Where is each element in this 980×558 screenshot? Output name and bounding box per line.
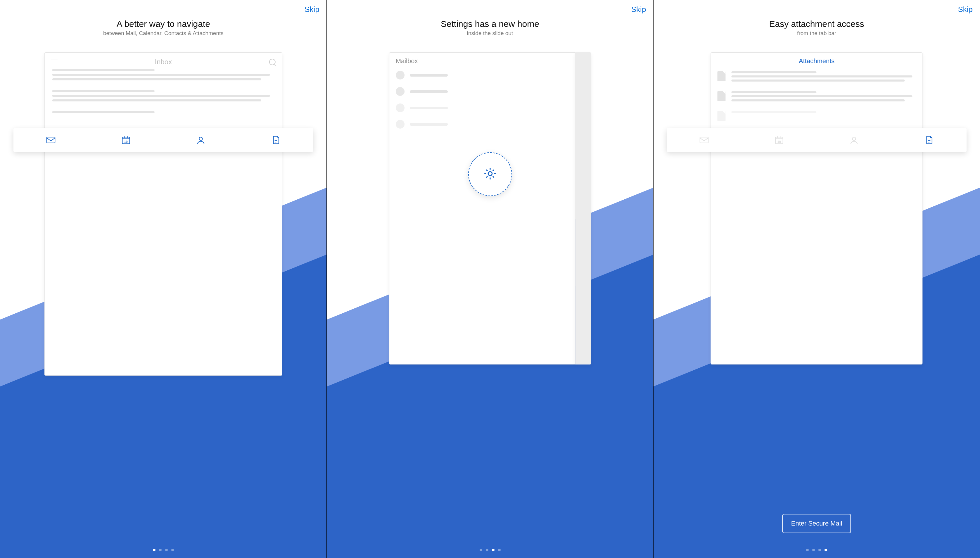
dot-2: [812, 549, 815, 551]
dot-4: [824, 549, 827, 551]
svg-point-6: [852, 137, 856, 140]
calendar-day: 19: [774, 140, 784, 143]
dot-3: [165, 549, 168, 551]
file-icon: [718, 71, 726, 81]
skip-button[interactable]: Skip: [305, 5, 320, 14]
onboarding-header: Easy attachment access from the tab bar: [654, 19, 980, 36]
page-dots: [0, 549, 326, 551]
calendar-day: 19: [121, 140, 131, 143]
svg-rect-0: [47, 137, 55, 143]
file-icon: [718, 91, 726, 101]
settings-callout: [468, 152, 512, 196]
dot-3: [818, 549, 821, 551]
hamburger-icon: [51, 60, 57, 64]
page-dots: [654, 549, 980, 551]
mail-icon[interactable]: [699, 135, 709, 145]
skip-button[interactable]: Skip: [631, 5, 646, 14]
attachments-icon[interactable]: [924, 135, 934, 145]
inbox-mock: Inbox: [44, 53, 282, 376]
skip-button[interactable]: Skip: [958, 5, 973, 14]
page-dots: [327, 549, 653, 551]
attachments-icon[interactable]: [271, 135, 281, 145]
dot-4: [171, 549, 174, 551]
onboarding-header: A better way to navigate between Mail, C…: [0, 19, 326, 36]
svg-point-2: [199, 137, 202, 140]
dot-1: [480, 549, 482, 551]
mock-title: Mailbox: [396, 57, 569, 65]
calendar-icon[interactable]: 19: [121, 135, 131, 145]
dot-1: [153, 549, 156, 551]
onboarding-heading: Easy attachment access: [654, 19, 980, 29]
onboarding-heading: Settings has a new home: [327, 19, 653, 29]
dot-4: [498, 549, 501, 551]
mock-title: Inbox: [57, 58, 269, 66]
onboarding-screen-1: Skip A better way to navigate between Ma…: [0, 0, 327, 558]
onboarding-subheading: inside the slide out: [327, 30, 653, 36]
mail-icon[interactable]: [46, 135, 56, 145]
dot-2: [486, 549, 488, 551]
search-icon: [269, 59, 275, 65]
mailbox-mock: Mailbox: [389, 53, 591, 364]
gear-icon: [483, 166, 497, 182]
mock-title: Attachments: [718, 57, 916, 65]
contacts-icon[interactable]: [849, 135, 859, 145]
onboarding-screen-2: Skip Settings has a new home inside the …: [327, 0, 654, 558]
calendar-icon[interactable]: 19: [774, 135, 784, 145]
dot-2: [159, 549, 162, 551]
svg-point-3: [488, 172, 492, 176]
onboarding-heading: A better way to navigate: [0, 19, 326, 29]
file-icon: [718, 111, 726, 121]
dot-1: [806, 549, 809, 551]
svg-rect-4: [700, 137, 708, 143]
attachments-mock: Attachments: [711, 53, 923, 364]
onboarding-screen-3: Skip Easy attachment access from the tab…: [653, 0, 980, 558]
contacts-icon[interactable]: [196, 135, 206, 145]
tab-bar: 19: [667, 128, 967, 152]
onboarding-subheading: from the tab bar: [654, 30, 980, 36]
dot-3: [492, 549, 495, 551]
enter-secure-mail-button[interactable]: Enter Secure Mail: [782, 514, 851, 533]
onboarding-header: Settings has a new home inside the slide…: [327, 19, 653, 36]
tab-bar: 19: [13, 128, 313, 152]
slideout-edge: [575, 53, 591, 364]
onboarding-subheading: between Mail, Calendar, Contacts & Attac…: [0, 30, 326, 36]
